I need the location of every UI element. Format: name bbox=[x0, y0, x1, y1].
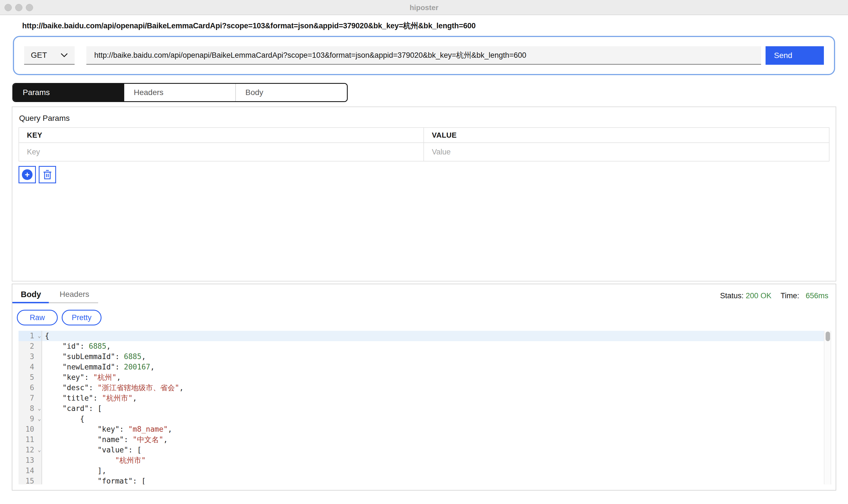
code-line: 1⌄{ bbox=[18, 331, 831, 341]
status-value: 200 OK bbox=[746, 291, 772, 300]
json-code: 1⌄{2 "id": 6885,3 "subLemmaId": 6885,4 "… bbox=[18, 331, 831, 484]
method-select-value: GET bbox=[31, 51, 47, 60]
window-titlebar: hiposter bbox=[0, 0, 848, 15]
code-line: 11 "name": "中文名", bbox=[18, 434, 831, 445]
key-column-header: KEY bbox=[19, 128, 424, 142]
raw-view-button[interactable]: Raw bbox=[17, 310, 58, 325]
window-controls bbox=[4, 4, 33, 11]
code-line: 12⌄ "value": [ bbox=[18, 445, 831, 455]
code-line: 3 "subLemmaId": 6885, bbox=[18, 352, 831, 362]
table-row bbox=[19, 143, 829, 161]
fold-chevron-icon[interactable]: ⌄ bbox=[38, 331, 41, 341]
url-input[interactable] bbox=[86, 46, 761, 65]
scrollbar[interactable] bbox=[824, 331, 831, 484]
add-icon: + bbox=[22, 169, 33, 180]
tab-body[interactable]: Body bbox=[235, 84, 347, 101]
status-label: Status: bbox=[720, 291, 744, 300]
chevron-down-icon bbox=[60, 53, 68, 57]
fold-chevron-icon[interactable]: ⌄ bbox=[38, 403, 41, 413]
response-body-viewer[interactable]: 1⌄{2 "id": 6885,3 "subLemmaId": 6885,4 "… bbox=[18, 331, 831, 484]
query-params-title: Query Params bbox=[19, 114, 830, 123]
code-line: 7 "title": "杭州市", bbox=[18, 393, 831, 403]
delete-param-button[interactable] bbox=[39, 166, 56, 183]
method-select[interactable]: GET bbox=[24, 46, 75, 65]
code-line: 15 "format": [ bbox=[18, 476, 831, 484]
query-params-table: KEY VALUE bbox=[18, 127, 830, 161]
code-line: 8⌄ "card": [ bbox=[18, 403, 831, 414]
tab-headers[interactable]: Headers bbox=[124, 84, 235, 101]
pretty-view-button[interactable]: Pretty bbox=[62, 310, 102, 325]
tab-params[interactable]: Params bbox=[13, 84, 124, 101]
time-value: 656ms bbox=[806, 291, 828, 300]
response-tab-body[interactable]: Body bbox=[21, 290, 41, 299]
code-line: 2 "id": 6885, bbox=[18, 341, 831, 352]
params-panel: Query Params KEY VALUE + bbox=[12, 107, 836, 282]
response-tabs: Body Headers bbox=[21, 290, 89, 299]
table-header-row: KEY VALUE bbox=[19, 128, 829, 143]
response-tab-headers[interactable]: Headers bbox=[60, 290, 89, 299]
code-line: 4 "newLemmaId": 200167, bbox=[18, 362, 831, 372]
fold-chevron-icon[interactable]: ⌄ bbox=[38, 445, 41, 455]
param-key-input[interactable] bbox=[19, 143, 423, 161]
close-window-icon[interactable] bbox=[4, 4, 12, 11]
code-line: 13 "杭州市" bbox=[18, 455, 831, 466]
request-bar: GET Send bbox=[13, 36, 835, 75]
window-title: hiposter bbox=[0, 0, 848, 15]
send-button[interactable]: Send bbox=[765, 46, 824, 65]
fold-chevron-icon[interactable]: ⌄ bbox=[38, 413, 41, 424]
zoom-window-icon[interactable] bbox=[26, 4, 33, 11]
scrollbar-thumb[interactable] bbox=[826, 331, 830, 341]
response-panel: Body Headers Status: 200 OK Time: 656ms … bbox=[12, 284, 836, 490]
code-line: 6 "desc": "浙江省辖地级市、省会", bbox=[18, 383, 831, 393]
add-param-button[interactable]: + bbox=[18, 166, 36, 183]
time-label: Time: bbox=[780, 291, 799, 300]
code-line: 10 "key": "m8_name", bbox=[18, 424, 831, 434]
request-tabs: Params Headers Body bbox=[12, 83, 348, 102]
minimize-window-icon[interactable] bbox=[15, 4, 22, 11]
code-line: 14 ], bbox=[18, 466, 831, 476]
request-url-heading: http://baike.baidu.com/api/openapi/Baike… bbox=[22, 21, 848, 31]
code-line: 5 "key": "杭州", bbox=[18, 372, 831, 383]
response-status-line: Status: 200 OK Time: 656ms bbox=[720, 290, 828, 300]
trash-icon bbox=[43, 169, 52, 180]
response-tab-underline bbox=[12, 302, 98, 303]
value-column-header: VALUE bbox=[424, 128, 829, 142]
param-value-input[interactable] bbox=[424, 143, 829, 161]
code-line: 9⌄ { bbox=[18, 414, 831, 424]
